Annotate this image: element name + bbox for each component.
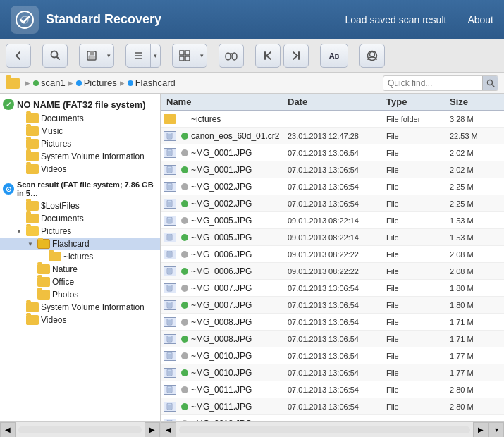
file-row[interactable]: ~MG_0005.JPG 09.01.2013 08:22:14 File 1.…	[161, 229, 504, 246]
file-row[interactable]: ~MG_0001.JPG 07.01.2013 13:06:54 File 2.…	[161, 144, 504, 161]
file-row[interactable]: ~MG_0010.JPG 07.01.2013 13:06:54 File 1.…	[161, 347, 504, 364]
prev-button[interactable]	[255, 44, 281, 68]
tree-item-videos-1[interactable]: Videos	[0, 163, 160, 176]
file-row[interactable]: ~MG_0002.JPG 07.01.2013 13:06:54 File 2.…	[161, 195, 504, 212]
view-arrow[interactable]: ▾	[197, 44, 207, 67]
save-arrow[interactable]: ▾	[104, 44, 113, 67]
save-dropdown[interactable]: ▾	[79, 44, 114, 68]
status-dot-green	[181, 166, 188, 173]
status-dot-green	[181, 403, 188, 410]
quick-find[interactable]	[383, 75, 498, 91]
tree-item-documents-1[interactable]: Documents	[0, 112, 160, 125]
tree-scrollbar-h[interactable]: ◀ ▶	[0, 422, 161, 437]
scroll-track-tree[interactable]	[18, 426, 142, 433]
list-main[interactable]	[126, 44, 150, 67]
file-row[interactable]: ~MG_0012.JPG 07.01.2013 13:06:56 File 2.…	[161, 415, 504, 421]
fc-status	[178, 164, 191, 176]
fc-status	[178, 282, 191, 295]
svg-rect-57	[167, 268, 172, 274]
about-link[interactable]: About	[467, 14, 493, 25]
scroll-track-file[interactable]	[179, 426, 470, 433]
tree-item-pictures-1[interactable]: Pictures	[0, 137, 160, 150]
app-title: Standard Recovery	[46, 12, 345, 27]
tree-item-music[interactable]: Music	[0, 125, 160, 137]
folder-icon-bc	[6, 78, 20, 89]
file-row[interactable]: ~MG_0010.JPG 07.01.2013 13:06:54 File 1.…	[161, 364, 504, 381]
font-button[interactable]: Aв	[320, 44, 348, 68]
tree-item-svi-1[interactable]: System Volume Information	[0, 150, 160, 163]
fc-type: File	[386, 132, 450, 140]
scroll-right-tree[interactable]: ▶	[145, 422, 160, 438]
save-main[interactable]	[80, 44, 104, 67]
quick-find-input[interactable]	[383, 78, 482, 88]
fc-filename: ~MG_0007.JPG	[191, 283, 252, 293]
file-row[interactable]: ~MG_0007.JPG 07.01.2013 13:06:54 File 1.…	[161, 297, 504, 314]
file-row[interactable]: ~MG_0001.JPG 07.01.2013 13:06:54 File 2.…	[161, 161, 504, 178]
file-row[interactable]: ~MG_0002.JPG 07.01.2013 13:06:54 File 2.…	[161, 178, 504, 195]
file-row[interactable]: ~MG_0006.JPG 09.01.2013 08:22:22 File 2.…	[161, 246, 504, 263]
fc-filename: ~MG_0008.JPG	[191, 317, 252, 327]
scroll-left-tree[interactable]: ◀	[0, 422, 16, 438]
fc-filename: ~ictures	[191, 114, 221, 124]
back-button[interactable]	[6, 44, 31, 68]
fc-status	[178, 265, 191, 278]
tree-item-svi-2[interactable]: System Volume Information	[0, 301, 160, 314]
tree-item-documents-2[interactable]: Documents	[0, 212, 160, 225]
breadcrumb-scan1[interactable]: scan1	[33, 78, 66, 88]
fc-name: ~MG_0002.JPG	[161, 180, 288, 193]
file-row[interactable]: ~ictures File folder 3.28 M	[161, 111, 504, 128]
bottom-scrollbars: ◀ ▶ ◀ ▶ ▾	[0, 421, 504, 437]
quick-find-search-button[interactable]	[482, 75, 498, 91]
file-row[interactable]: ~MG_0008.JPG 07.01.2013 13:06:54 File 1.…	[161, 314, 504, 331]
file-row[interactable]: ~MG_0005.JPG 09.01.2013 08:22:14 File 1.…	[161, 212, 504, 229]
tree-item-nature[interactable]: Nature	[0, 263, 160, 276]
breadcrumb-pictures[interactable]: Pictures	[76, 78, 117, 88]
scroll-right-file[interactable]: ▶	[473, 422, 488, 438]
fc-name: canon_eos_60d_01.cr2	[161, 130, 288, 142]
scroll-left-file[interactable]: ◀	[161, 422, 176, 438]
file-row[interactable]: ~MG_0008.JPG 07.01.2013 13:06:54 File 1.…	[161, 331, 504, 347]
profile-button[interactable]	[359, 44, 385, 68]
folder-icon-photos	[37, 290, 50, 300]
file-thumb	[164, 148, 176, 158]
list-dropdown[interactable]: ▾	[125, 44, 161, 68]
tree-item-lostfiles[interactable]: $LostFiles	[0, 199, 160, 212]
breadcrumb-flashcard[interactable]: Flashcard	[128, 78, 176, 88]
status-dot-green	[181, 234, 188, 241]
fc-name: ~MG_0002.JPG	[161, 197, 288, 210]
tree-item-office[interactable]: Office	[0, 276, 160, 288]
fc-date: 07.01.2013 13:06:54	[288, 149, 386, 157]
fc-date: 07.01.2013 13:06:54	[288, 301, 386, 309]
fc-date: 07.01.2013 13:06:54	[288, 352, 386, 360]
file-row[interactable]: ~MG_0006.JPG 09.01.2013 08:22:22 File 2.…	[161, 263, 504, 280]
next-button[interactable]	[283, 44, 309, 68]
scroll-down-file[interactable]: ▾	[488, 422, 504, 438]
fc-date: 07.01.2013 13:06:54	[288, 166, 386, 174]
file-row[interactable]: ~MG_0007.JPG 07.01.2013 13:06:54 File 1.…	[161, 280, 504, 297]
tree-item-tilde-ictures[interactable]: ~ictures	[0, 250, 160, 263]
fc-name: ~MG_0008.JPG	[161, 316, 288, 328]
file-row[interactable]: ~MG_0011.JPG 07.01.2013 13:06:54 File 2.…	[161, 381, 504, 398]
fc-filename: ~MG_0001.JPG	[191, 148, 252, 158]
binoculars-button[interactable]	[219, 44, 244, 68]
fc-status	[178, 417, 191, 422]
view-main[interactable]	[173, 44, 197, 67]
folder-icon-office	[37, 277, 50, 287]
file-row[interactable]: canon_eos_60d_01.cr2 23.01.2013 12:47:28…	[161, 128, 504, 144]
file-row[interactable]: ~MG_0011.JPG 07.01.2013 13:06:54 File 2.…	[161, 398, 504, 415]
fc-date: 09.01.2013 08:22:22	[288, 250, 386, 259]
status-circle-scan: ⊙	[3, 183, 14, 195]
tree-item-videos-2[interactable]: Videos	[0, 314, 160, 326]
tree-item-pictures-2[interactable]: ▼ Pictures	[0, 225, 160, 238]
search-button[interactable]	[42, 44, 68, 68]
fc-status	[178, 113, 191, 125]
list-arrow[interactable]: ▾	[150, 44, 160, 67]
fc-status	[178, 147, 191, 159]
fc-filename: ~MG_0006.JPG	[191, 250, 252, 259]
fc-name: ~ictures	[161, 113, 288, 125]
file-scrollbar-h[interactable]: ◀ ▶ ▾	[161, 422, 504, 437]
view-dropdown[interactable]: ▾	[172, 44, 207, 68]
tree-item-flashcard[interactable]: ▼ Flashcard	[0, 238, 160, 250]
tree-item-photos[interactable]: Photos	[0, 288, 160, 301]
load-scan-link[interactable]: Load saved scan result	[345, 14, 446, 25]
